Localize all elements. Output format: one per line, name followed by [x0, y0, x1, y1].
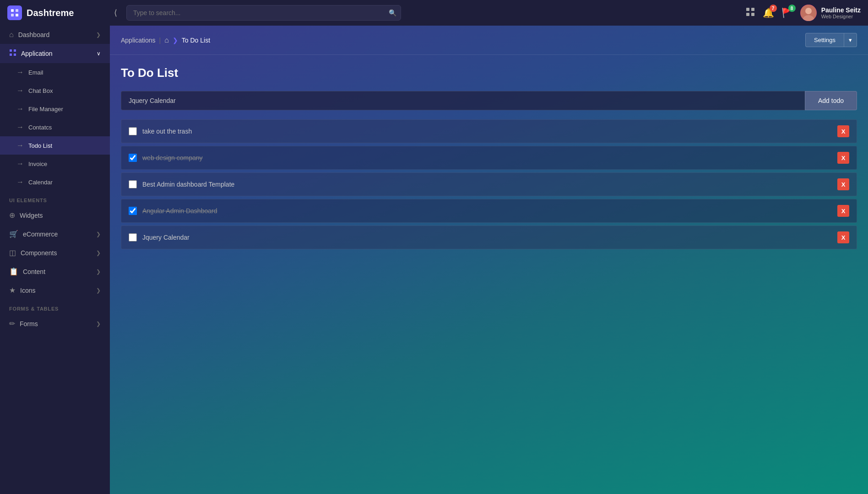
sidebar-item-forms[interactable]: ✏ Forms ❯	[0, 314, 110, 333]
arrow-right-icon: →	[16, 123, 24, 131]
sidebar-item-calendar[interactable]: → Calendar	[0, 173, 110, 191]
todo-new-input[interactable]	[121, 91, 805, 110]
sidebar-item-components[interactable]: ◫ Components ❯	[0, 243, 110, 262]
todo-item: Best Admin dashboard Template X	[121, 172, 857, 196]
sidebar-item-dashboard[interactable]: ⌂ Dashboard ❯	[0, 26, 110, 44]
svg-rect-4	[746, 8, 749, 11]
search-icon: 🔍	[389, 9, 396, 16]
avatar	[800, 5, 817, 21]
sidebar-item-invoice[interactable]: → Invoice	[0, 155, 110, 173]
arrow-right-icon: →	[16, 178, 24, 186]
sidebar-item-todolist[interactable]: → Todo List	[0, 136, 110, 155]
svg-rect-3	[16, 14, 18, 16]
breadcrumb: Applications | ⌂ ❯ To Do List	[121, 36, 210, 44]
chevron-icon: ❯	[96, 321, 101, 327]
user-info: Pauline Seitz Web Designer	[821, 6, 861, 19]
todo-text-2: web design company	[142, 154, 832, 161]
breadcrumb-current: To Do List	[182, 37, 210, 44]
todo-item: Angular Admin Dashboard X	[121, 199, 857, 223]
sidebar-item-icons[interactable]: ★ Icons ❯	[0, 281, 110, 300]
todo-delete-5[interactable]: X	[837, 231, 849, 243]
logo-icon	[7, 5, 22, 20]
sidebar: ⌂ Dashboard ❯ Application ∨ → Email	[0, 26, 110, 494]
breadcrumb-bar: Applications | ⌂ ❯ To Do List Settings ▾	[110, 26, 868, 55]
sidebar-label-icons: Icons	[20, 287, 92, 294]
sidebar-label-content: Content	[23, 268, 92, 275]
cart-icon: 🛒	[9, 230, 18, 238]
breadcrumb-applications: Applications	[121, 37, 156, 44]
messages-button[interactable]: 🚩 8	[781, 7, 793, 18]
svg-point-9	[805, 8, 812, 14]
svg-rect-6	[746, 13, 749, 16]
svg-rect-13	[10, 54, 12, 56]
notification-button[interactable]: 🔔 7	[763, 7, 774, 18]
topbar: Dashtreme ⟨ 🔍 🔔 7 🚩 8	[0, 0, 868, 26]
app-submenu: → Email → Chat Box → File Manager → Cont…	[0, 63, 110, 191]
chevron-icon: ❯	[96, 287, 101, 294]
grid-icon	[9, 49, 16, 58]
add-todo-button[interactable]: Add todo	[805, 91, 857, 110]
sidebar-label-application: Application	[21, 50, 53, 57]
sidebar-item-filemanager[interactable]: → File Manager	[0, 100, 110, 118]
todo-checkbox-5[interactable]	[129, 233, 137, 242]
content-icon: 📋	[9, 267, 18, 276]
settings-dropdown-button[interactable]: ▾	[844, 33, 857, 47]
todo-checkbox-3[interactable]	[129, 180, 137, 188]
sidebar-item-content[interactable]: 📋 Content ❯	[0, 262, 110, 281]
svg-rect-2	[11, 14, 14, 16]
todo-delete-3[interactable]: X	[837, 178, 849, 190]
home-icon: ⌂	[9, 31, 14, 39]
sidebar-label-forms: Forms	[20, 320, 92, 328]
svg-rect-14	[14, 54, 16, 56]
sidebar-item-chatbox[interactable]: → Chat Box	[0, 81, 110, 100]
todo-delete-1[interactable]: X	[837, 125, 849, 137]
arrow-right-icon: →	[16, 86, 24, 95]
settings-button[interactable]: Settings	[805, 33, 844, 47]
breadcrumb-chevron: ❯	[173, 37, 178, 44]
user-role: Web Designer	[821, 14, 861, 19]
settings-button-group: Settings ▾	[805, 33, 857, 47]
components-icon: ◫	[9, 248, 16, 257]
content-area: Applications | ⌂ ❯ To Do List Settings ▾…	[110, 26, 868, 494]
logo-area: Dashtreme ⟨	[7, 5, 117, 20]
todo-text-5: Jquery Calendar	[142, 234, 832, 241]
section-forms-tables: FORMS & TABLES	[0, 300, 110, 314]
logo-text: Dashtreme	[27, 8, 74, 18]
sidebar-item-widgets[interactable]: ⊕ Widgets	[0, 206, 110, 225]
topbar-right: 🔔 7 🚩 8 Pauline Seitz Web Designer	[745, 5, 861, 21]
todo-checkbox-1[interactable]	[129, 127, 137, 135]
svg-rect-0	[11, 9, 14, 12]
section-ui-elements: UI ELEMENTS	[0, 191, 110, 206]
todo-text-3: Best Admin dashboard Template	[142, 181, 832, 188]
sidebar-collapse-button[interactable]: ⟨	[114, 8, 117, 18]
todo-checkbox-4[interactable]	[129, 207, 137, 215]
grid-icon-button[interactable]	[745, 7, 755, 19]
arrow-right-icon: →	[16, 105, 24, 113]
page-body: To Do List Add todo take out the trash X…	[110, 55, 868, 494]
todo-checkbox-2[interactable]	[129, 154, 137, 162]
widget-icon: ⊕	[9, 211, 15, 220]
todo-delete-4[interactable]: X	[837, 205, 849, 217]
sidebar-label-dashboard: Dashboard	[18, 31, 92, 38]
sidebar-item-application[interactable]: Application ∨	[0, 44, 110, 63]
notification-badge: 7	[770, 5, 777, 12]
sidebar-label-components: Components	[21, 249, 92, 257]
arrow-right-icon: →	[16, 160, 24, 168]
search-input[interactable]	[126, 5, 401, 21]
user-area: Pauline Seitz Web Designer	[800, 5, 861, 21]
search-area: 🔍	[126, 5, 736, 21]
todo-text-4: Angular Admin Dashboard	[142, 207, 832, 215]
arrow-right-icon: →	[16, 68, 24, 76]
todo-delete-2[interactable]: X	[837, 152, 849, 164]
todo-text-1: take out the trash	[142, 128, 832, 135]
messages-badge: 8	[788, 5, 796, 12]
svg-rect-5	[751, 8, 754, 11]
user-name: Pauline Seitz	[821, 6, 861, 14]
sidebar-label-ecommerce: eCommerce	[23, 231, 92, 238]
sidebar-item-email[interactable]: → Email	[0, 63, 110, 81]
sidebar-item-ecommerce[interactable]: 🛒 eCommerce ❯	[0, 225, 110, 243]
todo-item: Jquery Calendar X	[121, 226, 857, 249]
sidebar-label-widgets: Widgets	[20, 212, 101, 219]
sidebar-item-contacts[interactable]: → Contatcs	[0, 118, 110, 136]
chevron-icon: ❯	[96, 231, 101, 237]
